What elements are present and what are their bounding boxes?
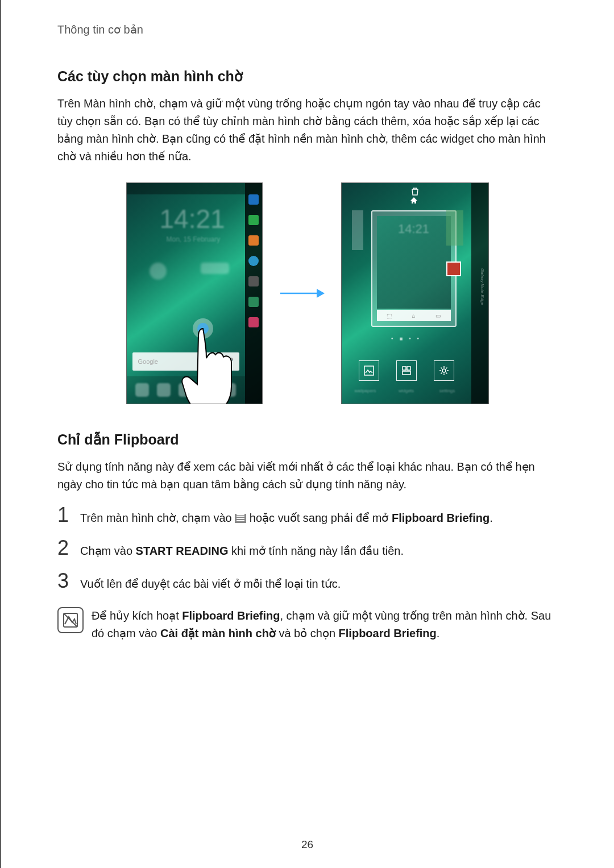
search-input[interactable]: Google 🎤 bbox=[132, 352, 239, 371]
weather-icon bbox=[150, 263, 167, 280]
svg-rect-7 bbox=[403, 371, 410, 375]
svg-point-8 bbox=[442, 369, 446, 372]
heading-flipboard: Chỉ dẫn Flipboard bbox=[57, 431, 563, 448]
browser-icon[interactable] bbox=[248, 256, 259, 266]
heading-home-options: Các tùy chọn màn hình chờ bbox=[57, 68, 563, 85]
page-number: 26 bbox=[1, 838, 614, 851]
figure-row: 14:21 Mon, 15 February Google 🎤 bbox=[52, 182, 563, 404]
svg-rect-6 bbox=[407, 367, 410, 370]
settings-label: settings bbox=[430, 388, 464, 393]
star-icon[interactable] bbox=[248, 194, 259, 205]
bottom-dock bbox=[127, 376, 245, 404]
step-number: 3 bbox=[57, 571, 72, 591]
note-icon bbox=[57, 607, 84, 633]
edge-label: Galaxy Note Edge bbox=[480, 268, 485, 305]
store-icon[interactable] bbox=[248, 297, 259, 307]
dock-browser-icon[interactable] bbox=[201, 383, 214, 397]
apps-grid-icon[interactable] bbox=[248, 317, 259, 327]
svg-rect-4 bbox=[364, 366, 374, 375]
note: Để hủy kích hoạt Flipboard Briefing, chạ… bbox=[57, 607, 563, 642]
dock-apps-icon[interactable] bbox=[222, 383, 236, 397]
prev-panel-peek bbox=[352, 210, 363, 250]
flipboard-menu-icon bbox=[235, 514, 246, 523]
step-1: 1 Trên màn hình chờ, chạm vào hoặc vuốt … bbox=[57, 505, 563, 526]
step-number: 2 bbox=[57, 538, 72, 558]
dock-messages-icon[interactable] bbox=[179, 383, 192, 397]
widgets-button[interactable] bbox=[396, 360, 417, 381]
weather-text bbox=[201, 263, 229, 274]
clock-time: 14:21 bbox=[160, 203, 225, 234]
note-text: Để hủy kích hoạt Flipboard Briefing, chạ… bbox=[92, 607, 563, 642]
home-icon bbox=[410, 197, 418, 205]
contacts-icon[interactable] bbox=[248, 235, 259, 246]
status-bar bbox=[127, 183, 245, 194]
step-text: Vuốt lên để duyệt các bài viết ở mỗi thể… bbox=[80, 575, 341, 592]
widgets-label: widgets bbox=[389, 388, 424, 393]
step-text: Chạm vào START READING khi mở tính năng … bbox=[80, 542, 404, 559]
edge-panel bbox=[245, 183, 262, 404]
home-panel-thumb[interactable]: 14:21 ⬚ ⌂ ▭ bbox=[371, 210, 457, 327]
mic-icon[interactable]: 🎤 bbox=[225, 358, 234, 366]
svg-point-0 bbox=[193, 318, 213, 339]
wallpapers-button[interactable] bbox=[359, 360, 379, 381]
tile-red-icon[interactable] bbox=[446, 261, 461, 276]
paragraph-flipboard: Sử dụng tính năng này để xem các bài viế… bbox=[57, 458, 557, 493]
phone-after: 14:21 ⬚ ⌂ ▭ • ■ • • bbox=[341, 182, 489, 404]
dock-phone-icon[interactable] bbox=[135, 383, 149, 397]
settings-button[interactable] bbox=[434, 360, 454, 381]
page: Thông tin cơ bản Các tùy chọn màn hình c… bbox=[0, 0, 614, 868]
panel-thumb-dock: ⬚ ⌂ ▭ bbox=[377, 310, 451, 321]
svg-point-1 bbox=[197, 323, 209, 334]
phone-before: 14:21 Mon, 15 February Google 🎤 bbox=[126, 182, 263, 404]
camera-icon[interactable] bbox=[248, 276, 259, 286]
svg-marker-3 bbox=[317, 289, 325, 298]
arrow-right-icon bbox=[276, 286, 327, 300]
step-3: 3 Vuốt lên để duyệt các bài viết ở mỗi t… bbox=[57, 571, 563, 592]
step-text: Trên màn hình chờ, chạm vào hoặc vuốt sa… bbox=[80, 509, 493, 526]
thumb-clock: 14:21 bbox=[372, 222, 455, 236]
editor-buttons bbox=[342, 360, 471, 381]
svg-rect-5 bbox=[403, 367, 406, 370]
next-panel-peek bbox=[446, 210, 463, 246]
paragraph-home-options: Trên Màn hình chờ, chạm và giữ một vùng … bbox=[57, 95, 557, 165]
header-breadcrumb: Thông tin cơ bản bbox=[57, 23, 563, 41]
clock-date: Mon, 15 February bbox=[167, 235, 221, 243]
dock-contacts-icon[interactable] bbox=[157, 383, 171, 397]
phone-icon[interactable] bbox=[248, 215, 259, 225]
search-placeholder: Google bbox=[138, 358, 158, 365]
editor-labels: wallpapers widgets settings bbox=[342, 388, 471, 393]
page-indicator: • ■ • • bbox=[342, 335, 471, 342]
step-2: 2 Chạm vào START READING khi mở tính năn… bbox=[57, 538, 563, 559]
step-number: 1 bbox=[57, 505, 72, 525]
wallpapers-label: wallpapers bbox=[349, 388, 383, 393]
